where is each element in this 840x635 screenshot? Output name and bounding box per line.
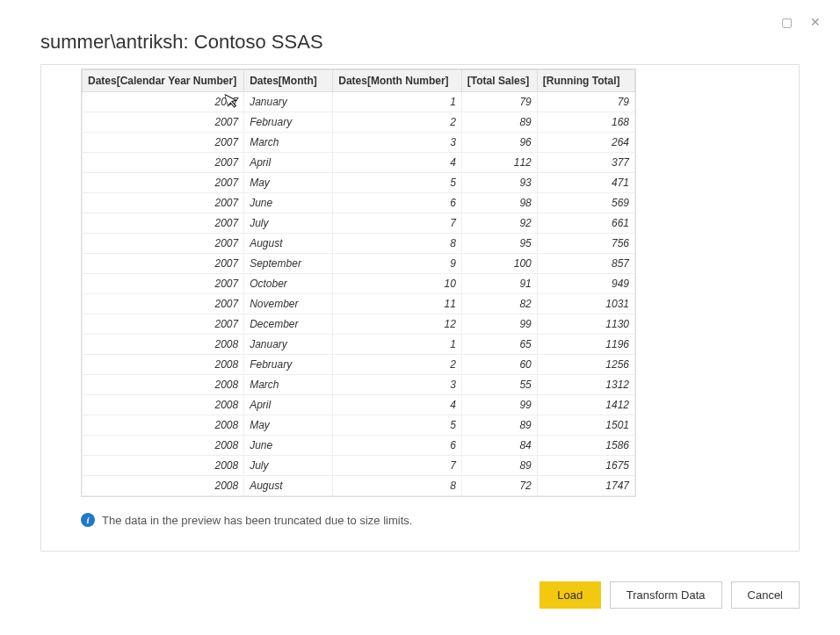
cell-year: 2008: [83, 395, 244, 415]
cell-running: 1586: [537, 436, 634, 456]
table-row[interactable]: 2007September9100857: [83, 254, 635, 274]
table-row[interactable]: 2007October1091949: [83, 274, 635, 294]
cell-total: 82: [461, 294, 537, 314]
col-month-number[interactable]: Dates[Month Number]: [333, 70, 462, 92]
cell-year: 2008: [83, 456, 244, 476]
table-row[interactable]: 2008April4991412: [83, 395, 635, 415]
cell-running: 1130: [537, 314, 634, 335]
close-icon[interactable]: ✕: [810, 16, 821, 28]
table-row[interactable]: 2007July792661: [83, 213, 635, 234]
cell-total: 99: [461, 395, 537, 415]
cell-month: April: [244, 153, 333, 173]
cell-total: 91: [461, 274, 537, 294]
cell-running: 168: [537, 112, 634, 133]
maximize-icon[interactable]: ▢: [781, 16, 793, 28]
cell-year: 2007: [83, 254, 244, 274]
cell-running: 661: [537, 213, 634, 234]
cell-month: March: [244, 133, 333, 153]
window-controls: ▢ ✕: [781, 16, 821, 28]
cell-year: 2007: [83, 193, 244, 213]
cell-month: May: [244, 415, 333, 436]
cell-running: 569: [537, 193, 634, 213]
cell-month: June: [244, 436, 333, 456]
table-row[interactable]: 2008January1651196: [83, 335, 635, 355]
cell-total: 93: [461, 173, 537, 193]
transform-data-button[interactable]: Transform Data: [610, 581, 722, 609]
table-row[interactable]: 2008August8721747: [83, 476, 635, 496]
cell-month: August: [244, 476, 333, 496]
table-row[interactable]: 2007August895756: [83, 234, 635, 254]
cell-month: July: [244, 456, 333, 476]
cell-month-num: 7: [333, 213, 462, 234]
table-row[interactable]: 2007March396264: [83, 133, 635, 153]
cell-running: 1501: [537, 415, 634, 436]
col-running-total[interactable]: [Running Total]: [537, 70, 634, 92]
col-total-sales[interactable]: [Total Sales]: [461, 70, 537, 92]
table-row[interactable]: 2007April4112377: [83, 153, 635, 173]
cell-month: July: [244, 213, 333, 234]
cell-total: 96: [461, 133, 537, 153]
table-row[interactable]: 2007January17979: [83, 92, 635, 112]
cell-year: 2007: [83, 234, 244, 254]
cell-year: 2007: [83, 294, 244, 314]
cell-running: 1412: [537, 395, 634, 415]
cell-total: 99: [461, 314, 537, 335]
cell-month-num: 12: [333, 314, 462, 335]
cell-month-num: 8: [333, 476, 462, 496]
cell-month-num: 3: [333, 133, 462, 153]
cell-month: January: [244, 92, 333, 112]
cell-month-num: 1: [333, 92, 462, 112]
cell-running: 1312: [537, 375, 634, 395]
cell-total: 95: [461, 234, 537, 254]
table-row[interactable]: 2007June698569: [83, 193, 635, 213]
cell-month: February: [244, 112, 333, 133]
table-row[interactable]: 2008March3551312: [83, 375, 635, 395]
cell-month: November: [244, 294, 333, 314]
table-row[interactable]: 2008June6841586: [83, 436, 635, 456]
cell-year: 2008: [83, 335, 244, 355]
table-row[interactable]: 2007December12991130: [83, 314, 635, 335]
cell-year: 2007: [83, 274, 244, 294]
cell-year: 2007: [83, 314, 244, 335]
cell-year: 2008: [83, 355, 244, 375]
cell-running: 949: [537, 274, 634, 294]
preview-table: Dates[Calendar Year Number] Dates[Month]…: [82, 69, 635, 496]
cell-month-num: 5: [333, 415, 462, 436]
cell-month-num: 1: [333, 335, 462, 355]
button-bar: Load Transform Data Cancel: [539, 581, 800, 609]
table-row[interactable]: 2007May593471: [83, 173, 635, 193]
cell-total: 79: [461, 92, 537, 112]
cell-year: 2008: [83, 476, 244, 496]
cell-month-num: 5: [333, 173, 462, 193]
cell-month: August: [244, 234, 333, 254]
cell-month: April: [244, 395, 333, 415]
cell-total: 100: [461, 254, 537, 274]
cell-month-num: 11: [333, 294, 462, 314]
cell-year: 2007: [83, 153, 244, 173]
cell-year: 2008: [83, 415, 244, 436]
header-row: Dates[Calendar Year Number] Dates[Month]…: [83, 70, 635, 92]
cell-month: June: [244, 193, 333, 213]
cell-total: 89: [461, 112, 537, 133]
table-row[interactable]: 2007February289168: [83, 112, 635, 133]
info-bar: i The data in the preview has been trunc…: [81, 513, 759, 527]
cell-month-num: 6: [333, 436, 462, 456]
cell-year: 2008: [83, 375, 244, 395]
dialog-title: summer\antriksh: Contoso SSAS: [0, 0, 840, 69]
cell-running: 1747: [537, 476, 634, 496]
cancel-button[interactable]: Cancel: [731, 581, 800, 609]
table-row[interactable]: 2008February2601256: [83, 355, 635, 375]
col-month[interactable]: Dates[Month]: [244, 70, 333, 92]
cell-month: May: [244, 173, 333, 193]
cell-total: 72: [461, 476, 537, 496]
table-row[interactable]: 2008May5891501: [83, 415, 635, 436]
col-year[interactable]: Dates[Calendar Year Number]: [83, 70, 244, 92]
cell-total: 55: [461, 375, 537, 395]
load-button[interactable]: Load: [539, 581, 601, 609]
table-row[interactable]: 2007November11821031: [83, 294, 635, 314]
cell-running: 1675: [537, 456, 634, 476]
cell-month: December: [244, 314, 333, 335]
cell-running: 377: [537, 153, 634, 173]
table-row[interactable]: 2008July7891675: [83, 456, 635, 476]
cell-total: 112: [461, 153, 537, 173]
